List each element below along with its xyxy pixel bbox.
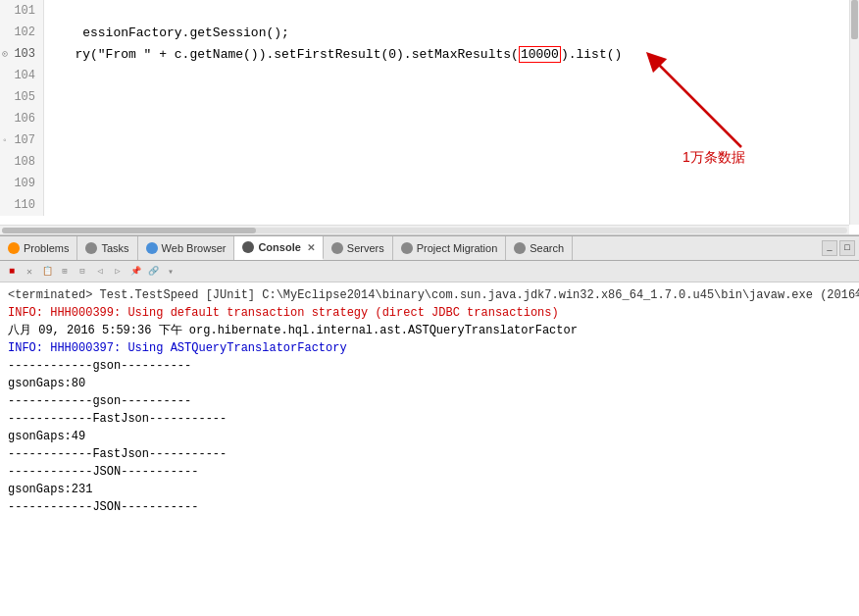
line-number-110: 110 bbox=[0, 194, 44, 216]
console-line-4: gsonGaps:80 bbox=[8, 375, 851, 392]
console-menu-button[interactable]: ▾ bbox=[163, 264, 178, 280]
browser-icon bbox=[146, 242, 158, 254]
tab-bar: Problems Tasks Web Browser Console ✕ Ser… bbox=[0, 235, 859, 261]
tab-project-migration[interactable]: Project Migration bbox=[393, 236, 507, 260]
tab-servers[interactable]: Servers bbox=[324, 236, 393, 260]
maximize-view-button[interactable]: □ bbox=[839, 240, 855, 256]
line-number-106: 106 bbox=[0, 108, 44, 129]
console-pin-button[interactable]: 📌 bbox=[127, 264, 143, 280]
code-lines: 101 102 essionFactory.getSession(); ⊙ 10… bbox=[0, 0, 859, 216]
console-line-6: ------------FastJson----------- bbox=[8, 410, 851, 428]
hscroll-thumb[interactable] bbox=[2, 228, 256, 233]
hscroll-track bbox=[2, 228, 847, 233]
line-number-107: ◦ 107 bbox=[0, 129, 44, 151]
tab-console-label: Console bbox=[258, 241, 300, 253]
search-tab-icon bbox=[514, 242, 526, 254]
tasks-icon bbox=[85, 242, 97, 254]
console-line-10: gsonGaps:231 bbox=[8, 481, 851, 498]
problems-icon bbox=[8, 242, 20, 254]
stop-button[interactable]: ■ bbox=[4, 264, 20, 280]
servers-icon bbox=[331, 242, 343, 254]
console-line-1: 八月 09, 2016 5:59:36 下午 org.hibernate.hql… bbox=[8, 322, 851, 339]
line-number-105: 105 bbox=[0, 86, 44, 108]
editor-hscrollbar[interactable] bbox=[0, 225, 849, 234]
line-number-104: 104 bbox=[0, 65, 44, 86]
console-toolbar: ■ ✕ 📋 ⊞ ⊟ ◁ ▷ 📌 🔗 ▾ bbox=[0, 261, 859, 282]
console-area: ■ ✕ 📋 ⊞ ⊟ ◁ ▷ 📌 🔗 ▾ <terminated> Test.Te… bbox=[0, 261, 859, 616]
code-line-110: 110 bbox=[0, 194, 859, 216]
console-line-9: ------------JSON----------- bbox=[8, 463, 851, 481]
console-link-button[interactable]: 🔗 bbox=[145, 264, 161, 280]
console-line-7: gsonGaps:49 bbox=[8, 428, 851, 445]
code-line-106: 106 bbox=[0, 108, 859, 129]
migration-icon bbox=[401, 242, 413, 254]
code-editor: 101 102 essionFactory.getSession(); ⊙ 10… bbox=[0, 0, 859, 235]
highlighted-value-10000: 10000 bbox=[519, 46, 561, 63]
minimize-view-button[interactable]: _ bbox=[822, 240, 837, 256]
code-line-103: ⊙ 103 ry("From " + c.getName()).setFirst… bbox=[0, 43, 859, 65]
editor-vscrollbar[interactable] bbox=[849, 0, 859, 225]
line-number-101: 101 bbox=[0, 0, 44, 22]
code-line-101: 101 bbox=[0, 0, 859, 22]
console-line-0: INFO: HHH000399: Using default transacti… bbox=[8, 304, 851, 322]
code-line-108: 108 bbox=[0, 151, 859, 173]
tab-web-browser-label: Web Browser bbox=[162, 242, 227, 254]
copy-button[interactable]: 📋 bbox=[39, 264, 55, 280]
console-content: <terminated> Test.TestSpeed [JUnit] C:\M… bbox=[0, 282, 859, 616]
console-options-3[interactable]: ◁ bbox=[92, 264, 108, 280]
tab-servers-label: Servers bbox=[347, 242, 384, 254]
console-close-icon[interactable]: ✕ bbox=[307, 242, 315, 253]
console-options-2[interactable]: ⊟ bbox=[75, 264, 90, 280]
line-number-108: 108 bbox=[0, 151, 44, 173]
console-line-3: ------------gson---------- bbox=[8, 357, 851, 375]
console-options-1[interactable]: ⊞ bbox=[57, 264, 73, 280]
console-options-4[interactable]: ▷ bbox=[110, 264, 126, 280]
line-content-103: ry("From " + c.getName()).setFirstResult… bbox=[44, 47, 622, 62]
tab-problems[interactable]: Problems bbox=[0, 236, 77, 260]
tab-bar-actions: _ □ bbox=[818, 236, 859, 260]
console-line-8: ------------FastJson----------- bbox=[8, 445, 851, 463]
console-line-5: ------------gson---------- bbox=[8, 392, 851, 410]
clear-button[interactable]: ✕ bbox=[22, 264, 37, 280]
console-icon bbox=[242, 241, 254, 253]
code-line-102: 102 essionFactory.getSession(); bbox=[0, 22, 859, 43]
console-line-2: INFO: HHH000397: Using ASTQueryTranslato… bbox=[8, 339, 851, 357]
line-number-103: ⊙ 103 bbox=[0, 43, 44, 65]
code-line-105: 105 bbox=[0, 86, 859, 108]
code-line-107: ◦ 107 bbox=[0, 129, 859, 151]
code-line-109: 109 bbox=[0, 173, 859, 194]
tab-search[interactable]: Search bbox=[506, 236, 573, 260]
vscroll-thumb[interactable] bbox=[851, 0, 858, 39]
tab-console[interactable]: Console ✕ bbox=[234, 236, 323, 260]
tab-tasks-label: Tasks bbox=[101, 242, 128, 254]
line-number-109: 109 bbox=[0, 173, 44, 194]
tab-problems-label: Problems bbox=[24, 242, 69, 254]
console-line-terminated: <terminated> Test.TestSpeed [JUnit] C:\M… bbox=[8, 286, 851, 304]
console-line-11: ------------JSON----------- bbox=[8, 498, 851, 516]
tab-tasks[interactable]: Tasks bbox=[77, 236, 137, 260]
code-line-104: 104 bbox=[0, 65, 859, 86]
line-number-102: 102 bbox=[0, 22, 44, 43]
tab-web-browser[interactable]: Web Browser bbox=[138, 236, 235, 260]
tab-project-migration-label: Project Migration bbox=[417, 242, 498, 254]
tab-search-label: Search bbox=[530, 242, 564, 254]
line-content-102: essionFactory.getSession(); bbox=[44, 26, 289, 40]
